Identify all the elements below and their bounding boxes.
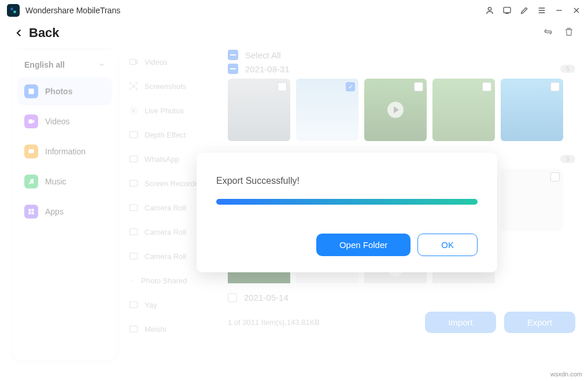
progress-bar: [216, 199, 478, 205]
export-success-modal: Export Successfully! Open Folder OK: [197, 153, 497, 272]
svg-rect-1: [14, 11, 16, 13]
back-label: Back: [29, 25, 60, 40]
close-icon[interactable]: [572, 6, 581, 15]
minimize-icon[interactable]: [554, 6, 564, 15]
open-folder-button[interactable]: Open Folder: [316, 234, 411, 256]
edit-icon[interactable]: [520, 6, 529, 15]
modal-title: Export Successfully!: [216, 176, 478, 186]
account-icon[interactable]: [485, 6, 494, 15]
back-button[interactable]: Back: [14, 25, 60, 40]
delete-icon[interactable]: [564, 27, 574, 39]
header: Back: [0, 21, 588, 50]
watermark: wsxdn.com: [550, 371, 582, 378]
app-title: Wondershare MobileTrans: [25, 6, 120, 15]
app-logo: [7, 4, 20, 17]
feedback-icon[interactable]: [502, 6, 512, 15]
titlebar: Wondershare MobileTrans: [0, 0, 588, 21]
ok-button[interactable]: OK: [417, 234, 478, 256]
svg-rect-0: [11, 8, 13, 10]
menu-icon[interactable]: [537, 6, 546, 15]
svg-point-2: [488, 8, 491, 10]
refresh-icon[interactable]: [543, 27, 553, 39]
svg-rect-3: [504, 8, 511, 13]
